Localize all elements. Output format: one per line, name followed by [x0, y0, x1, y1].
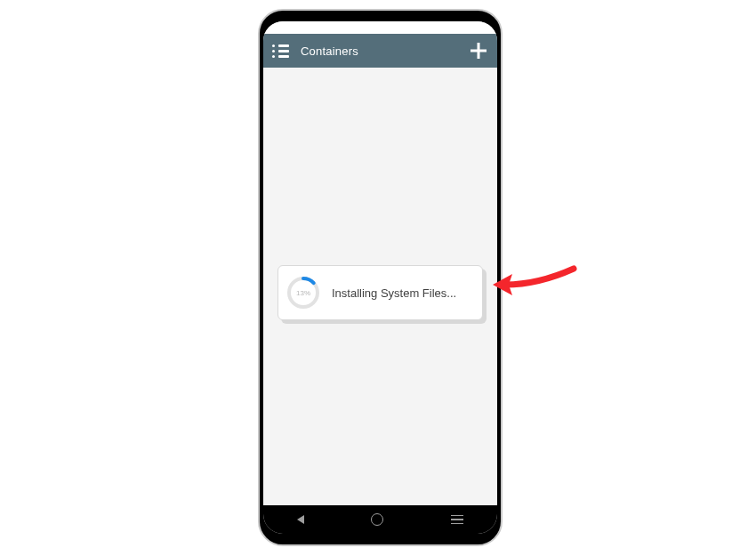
system-nav-bar: [263, 505, 497, 534]
menu-icon[interactable]: [272, 42, 290, 60]
progress-status-text: Installing System Files...: [332, 286, 456, 300]
app-bar: Containers: [263, 34, 497, 68]
app-title: Containers: [301, 44, 358, 58]
phone-frame: Containers 13% Installing System Files..…: [258, 9, 503, 546]
recent-apps-button[interactable]: [451, 515, 463, 525]
content-area: 13% Installing System Files...: [263, 68, 497, 505]
add-container-button[interactable]: [469, 41, 488, 60]
back-button[interactable]: [297, 515, 304, 524]
screen: Containers 13% Installing System Files..…: [263, 21, 497, 534]
progress-ring: 13%: [286, 275, 321, 310]
install-progress-card: 13% Installing System Files...: [277, 265, 483, 320]
status-bar: [263, 21, 497, 34]
annotation-arrow-icon: [489, 258, 583, 311]
progress-percent-label: 13%: [286, 275, 321, 310]
home-button[interactable]: [371, 513, 383, 526]
